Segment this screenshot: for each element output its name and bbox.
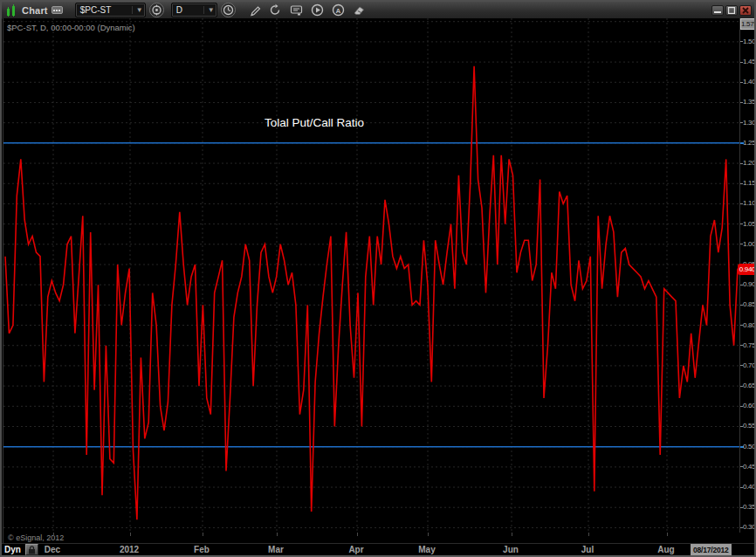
month-label[interactable]: 2012	[120, 545, 139, 554]
month-label[interactable]: Jul	[581, 545, 594, 554]
titlebar: Chart $PC-ST ▼ D ▼ A	[2, 2, 754, 19]
axis-tick-label: 1.150	[743, 180, 756, 187]
axis-tick-label: 1.000	[743, 241, 756, 248]
axis-tick-label: 1.350	[743, 99, 756, 106]
interval-combo-value: D	[176, 5, 200, 15]
circular-target-icon	[151, 4, 162, 16]
month-label[interactable]: Feb	[194, 545, 210, 554]
axis-tick-label: 0.700	[743, 362, 756, 369]
axis-tick-label: 1.050	[743, 221, 756, 228]
chart-plot-area[interactable]: $PC-ST, D, 00:00-00:00 (Dynamic) Tolal P…	[3, 18, 739, 533]
month-label[interactable]: May	[418, 545, 435, 554]
axis-tick-label: 0.600	[743, 402, 756, 409]
auto-scale-button[interactable]: A	[330, 3, 347, 17]
pencil-icon	[249, 4, 261, 17]
chart-window: Chart $PC-ST ▼ D ▼ A	[0, 0, 756, 557]
symbol-search-button[interactable]	[149, 3, 164, 17]
letter-a-circle-icon: A	[332, 3, 345, 17]
time-axis-tick	[428, 533, 429, 536]
chevron-down-icon[interactable]: ▼	[203, 6, 215, 14]
copyright-row: © eSignal, 2012	[3, 533, 739, 543]
maximize-button[interactable]	[725, 5, 738, 16]
axis-tick-label: 1.100	[743, 200, 756, 207]
last-price-badge: 0.940	[738, 264, 756, 275]
symbol-info-text: $PC-ST, D, 00:00-00:00 (Dynamic)	[7, 23, 135, 32]
time-axis-tick	[512, 533, 512, 536]
chart-app-icon	[4, 3, 18, 17]
axis-tick-label: 1.500	[743, 38, 756, 45]
time-axis-tick	[667, 533, 668, 536]
symbol-combo[interactable]: $PC-ST ▼	[75, 3, 146, 17]
axis-tick-label: 0.350	[743, 504, 756, 511]
copyright-text: © eSignal, 2012	[8, 533, 64, 542]
axis-tick-label: 0.800	[743, 322, 756, 329]
draw-tools-button[interactable]	[246, 3, 264, 17]
interval-combo[interactable]: D ▼	[171, 3, 217, 17]
close-icon	[742, 7, 749, 14]
time-axis[interactable]: Dyn Dec2012FebMarAprMayJunJulAug 08/17/2…	[2, 543, 754, 556]
time-axis-tick	[588, 533, 589, 536]
axis-tick-label: 0.750	[743, 342, 756, 349]
symbol-combo-value: $PC-ST	[80, 5, 128, 15]
axis-tick-label: 0.400	[743, 484, 756, 491]
circular-arrow-icon	[269, 3, 282, 17]
symbol-link-badge-icon[interactable]	[52, 6, 63, 14]
month-label[interactable]: Dec	[45, 545, 60, 554]
axis-tick-label: 0.450	[743, 464, 756, 471]
window-controls	[711, 5, 752, 16]
time-axis-tick	[277, 533, 278, 536]
last-date-stamp[interactable]: 08/17/2012	[691, 544, 732, 556]
price-axis[interactable]: 1.575 0.940 1.5501.5001.4501.4001.3501.3…	[739, 18, 756, 533]
refresh-button[interactable]	[267, 3, 285, 17]
window-title: Chart	[22, 5, 48, 16]
month-label[interactable]: Mar	[268, 545, 284, 554]
axis-tick-label: 1.450	[743, 58, 756, 65]
time-axis-tick	[357, 533, 358, 536]
put-call-ratio-line	[5, 66, 738, 520]
svg-text:A: A	[336, 7, 341, 15]
play-circle-icon	[311, 3, 324, 17]
maximize-icon	[728, 7, 735, 14]
price-chart-canvas[interactable]	[3, 18, 739, 533]
month-label[interactable]: Apr	[348, 545, 363, 554]
close-button[interactable]	[739, 5, 752, 16]
time-lock-button[interactable]	[25, 544, 38, 555]
scale-top-label: 1.575	[740, 18, 756, 30]
axis-tick-label: 0.500	[743, 444, 756, 450]
axis-tick-label: 1.300	[743, 120, 756, 127]
time-axis-tick	[53, 533, 54, 536]
axis-tick-label: 0.900	[743, 281, 756, 288]
quote-window-button[interactable]	[288, 3, 306, 17]
axis-tick-label: 0.550	[743, 423, 756, 430]
axis-tick-label: 1.400	[743, 79, 756, 86]
axis-tick-label: 0.300	[743, 524, 756, 531]
axis-tick-label: 0.850	[743, 301, 756, 308]
clock-icon	[223, 4, 234, 16]
chart-title: Tolal Put/Call Ratio	[265, 116, 364, 129]
time-axis-tick	[130, 533, 131, 536]
padlock-icon	[28, 546, 36, 554]
axis-tick-label: 0.650	[743, 382, 756, 389]
chevron-down-icon[interactable]: ▼	[132, 6, 143, 14]
quote-box-icon	[290, 4, 303, 17]
month-label[interactable]: Jun	[503, 545, 519, 554]
eraser-icon	[353, 4, 366, 16]
time-template-button[interactable]	[221, 3, 236, 17]
time-axis-tick	[203, 533, 203, 536]
axis-tick-label: 1.200	[743, 160, 756, 167]
eraser-button[interactable]	[351, 3, 368, 17]
minimize-button[interactable]	[711, 5, 724, 16]
dynamic-mode-label: Dyn	[4, 545, 21, 554]
month-label[interactable]: Aug	[657, 545, 674, 554]
minimize-icon	[714, 7, 721, 13]
play-button[interactable]	[309, 3, 326, 17]
axis-tick-label: 1.250	[743, 140, 756, 147]
